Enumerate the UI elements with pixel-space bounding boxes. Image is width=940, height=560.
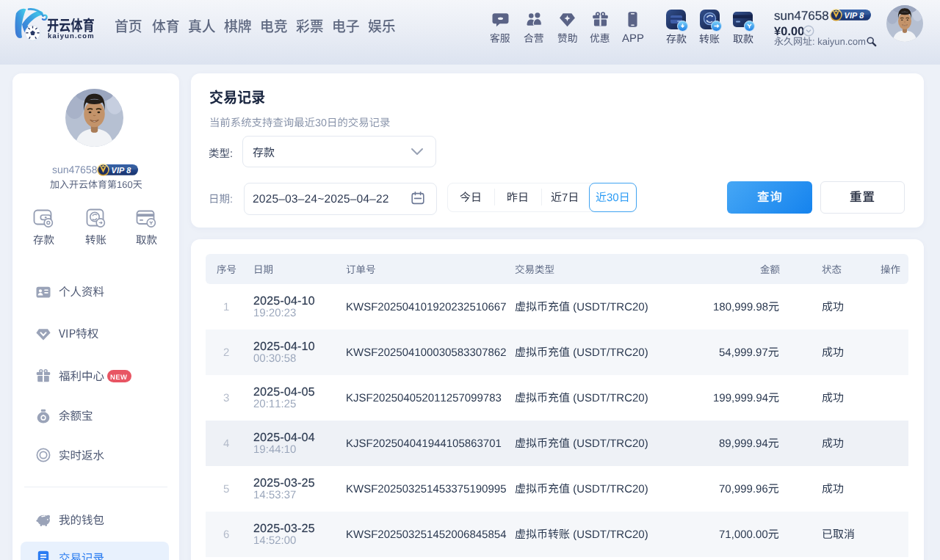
svg-text:VIP 8: VIP 8 — [845, 10, 864, 19]
svg-text:VIP 8: VIP 8 — [112, 165, 131, 174]
